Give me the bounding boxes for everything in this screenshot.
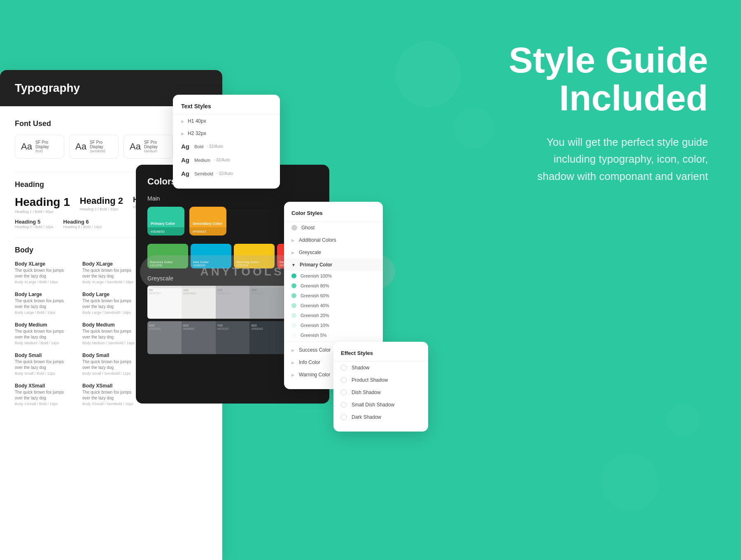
ts-semibold-label: Semibold xyxy=(194,171,213,176)
greenish-5-dot xyxy=(291,333,296,338)
dish-shadow-label: Dish Shadow xyxy=(352,390,381,395)
cs-greyscale-item[interactable]: ▶ Greyscale xyxy=(284,246,383,259)
primary-bottom: #3DAE92 xyxy=(147,227,184,236)
main-title: Style Guide Included xyxy=(509,41,708,117)
ts-item-medium[interactable]: Ag Medium · 32/Auto xyxy=(173,153,280,167)
body-medium-text2: The quick brown fox jumps over the lazy … xyxy=(82,329,140,340)
body-medium-meta2: Body Medium / Semibold / 14px xyxy=(82,341,140,345)
body-xlarge-text2: The quick brown fox jumps over the lazy … xyxy=(82,268,140,279)
product-shadow-radio[interactable] xyxy=(341,377,347,383)
cs-greenish-60[interactable]: Greenish 60% xyxy=(284,291,383,301)
dark-shadow-radio[interactable] xyxy=(341,414,347,420)
ts-ag-semibold: Ag xyxy=(181,170,189,177)
greenish-10-dot xyxy=(291,323,296,328)
deco-circle-3 xyxy=(601,453,659,511)
greenish-60-dot xyxy=(291,293,296,298)
product-shadow-label: Product Shadow xyxy=(352,377,388,383)
additional-arrow: ▶ xyxy=(291,238,295,243)
dish-shadow-radio[interactable] xyxy=(341,390,347,395)
ts-ag-medium: Ag xyxy=(181,156,189,163)
greenish-5-label: Greenish 5% xyxy=(301,333,327,338)
primary-top: Primary Color xyxy=(147,207,184,227)
text-styles-title: Text Styles xyxy=(173,103,280,115)
greenish-40-dot xyxy=(291,303,296,308)
body-medium-item: Body Medium The quick brown fox jumps ov… xyxy=(15,322,72,345)
gs-500-hex: #797D81 xyxy=(149,327,180,330)
body-xsmall-item: Body XSmall The quick brown fox jumps ov… xyxy=(15,383,72,406)
greenish-100-dot xyxy=(291,273,296,278)
heading-5-item: Heading 5 Heading 5 / Bold / 16px xyxy=(15,219,54,229)
ts-arrow-h1: ▶ xyxy=(181,119,184,124)
gs-600-num: 600 xyxy=(183,324,214,327)
ts-item-h1[interactable]: ▶ H1 40px xyxy=(173,115,280,127)
cs-primary-item[interactable]: ▼ Primary Color xyxy=(284,259,383,271)
gs-700-num: 700 xyxy=(217,324,248,327)
body-medium-meta: Body Medium / Bold / 14px xyxy=(15,341,72,345)
body-xlarge-label: Body XLarge xyxy=(15,261,72,267)
colors-main-label: Main xyxy=(147,195,318,202)
greenish-80-dot xyxy=(291,283,296,288)
primary-label: Primary Color xyxy=(151,222,175,226)
es-product-shadow-item[interactable]: Product Shadow xyxy=(333,374,428,386)
secondary-hex: #F5A623 xyxy=(193,230,206,233)
cs-greenish-80[interactable]: Greenish 80% xyxy=(284,281,383,291)
cs-ghost-item[interactable]: Ghost xyxy=(284,222,383,234)
cs-additional-item[interactable]: ▶ Additional Colors xyxy=(284,234,383,246)
small-dish-shadow-label: Small Dish Shadow xyxy=(352,402,394,408)
cs-greenish-40[interactable]: Greenish 40% xyxy=(284,301,383,310)
body-xsmall-label2: Body XSmall xyxy=(82,383,140,389)
font-aa-semibold: Aa xyxy=(75,141,86,152)
body-xlarge-label2: Body XLarge xyxy=(82,261,140,267)
gs-800-num: 800 xyxy=(251,324,282,327)
color-styles-title: Color Styles xyxy=(284,210,383,222)
heading-5-sub: Heading 5 / Bold / 16px xyxy=(15,225,54,229)
cs-greenish-20[interactable]: Greenish 20% xyxy=(284,310,383,320)
font-info-bold: SF Pro Display Bold xyxy=(35,140,58,153)
es-shadow-item[interactable]: Shadow xyxy=(333,362,428,374)
info-cs-arrow: ▶ xyxy=(291,360,295,365)
gs-600-hex: #62666C xyxy=(183,327,214,330)
deco-circle-1 xyxy=(395,41,461,107)
heading-2: Heading 2 xyxy=(80,196,123,206)
ghost-label: Ghost xyxy=(301,225,375,231)
es-dark-shadow-item[interactable]: Dark Shadow xyxy=(333,411,428,423)
es-dish-shadow-item[interactable]: Dish Shadow xyxy=(333,386,428,399)
primary-cs-arrow: ▼ xyxy=(291,263,296,267)
heading-6-sub: Heading 6 / Bold / 14px xyxy=(63,225,102,229)
heading-5: Heading 5 xyxy=(15,219,54,225)
body-small-text2: The quick brown fox jumps over the lazy … xyxy=(82,359,140,371)
success-cs-arrow: ▶ xyxy=(291,348,295,352)
cs-greenish-10[interactable]: Greenish 10% xyxy=(284,320,383,330)
ts-h1-label: H1 40px xyxy=(188,118,206,124)
gs-300-hex: #A5A8AB xyxy=(251,292,282,295)
gs-500-num: 500 xyxy=(149,324,180,327)
shadow-radio[interactable] xyxy=(341,365,347,371)
ts-item-h2[interactable]: ▶ H2 32px xyxy=(173,127,280,140)
heading-1-sub: Heading 1 / Bold / 40px xyxy=(15,210,70,214)
body-large-text2: The quick brown fox jumps over the lazy … xyxy=(82,298,140,310)
body-medium-text: The quick brown fox jumps over the lazy … xyxy=(15,329,72,340)
heading-6-item: Heading 6 Heading 6 / Bold / 14px xyxy=(63,219,102,229)
cs-greenish-100[interactable]: Greenish 100% xyxy=(284,271,383,281)
gs-300-num: 300 xyxy=(251,288,282,292)
greyscale-cs-label: Greyscale xyxy=(299,250,375,255)
cs-greenish-5[interactable]: Greenish 5% xyxy=(284,330,383,340)
body-xlarge-item: Body XLarge The quick brown fox jumps ov… xyxy=(15,261,72,284)
secondary-swatch: Secondary Color #F5A623 xyxy=(189,207,226,236)
body-xsmall-text: The quick brown fox jumps over the lazy … xyxy=(15,390,72,401)
body-xsmall-meta2: Body XSmall / Semibold / 10px xyxy=(82,402,140,406)
gs-50-num: 50 xyxy=(149,288,180,292)
ts-h2-label: H2 32px xyxy=(188,131,206,136)
gs-100-num: 100 xyxy=(183,288,214,292)
es-small-dish-shadow-item[interactable]: Small Dish Shadow xyxy=(333,399,428,411)
secondary-bottom: #F5A623 xyxy=(189,227,226,236)
small-dish-shadow-radio[interactable] xyxy=(341,402,347,408)
body-xlarge-item2: Body XLarge The quick brown fox jumps ov… xyxy=(82,261,140,284)
ts-item-semibold[interactable]: Ag Semibold · 32/Auto xyxy=(173,167,280,180)
ts-item-bold[interactable]: Ag Bold · 32/Auto xyxy=(173,140,280,153)
body-xlarge-meta: Body XLarge / Bold / 18px xyxy=(15,280,72,284)
gs-100-hex: #EBEBEA xyxy=(183,292,214,295)
heading-1: Heading 1 xyxy=(15,196,70,209)
font-aa-medium: Aa xyxy=(130,141,141,152)
font-info-medium: SF Pro Display Medium xyxy=(144,140,167,153)
